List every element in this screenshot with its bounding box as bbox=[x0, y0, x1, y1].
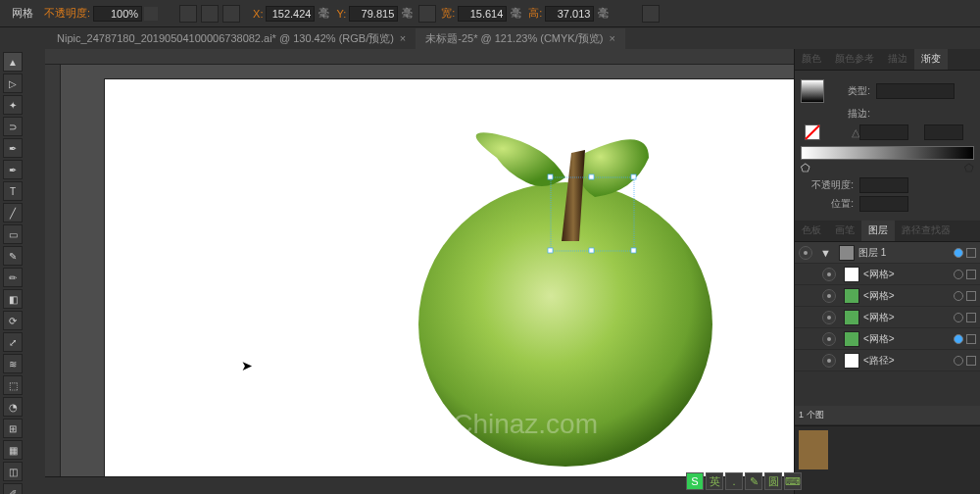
delete-icon[interactable] bbox=[962, 409, 976, 422]
panel-tab-swatches[interactable]: 色板 bbox=[795, 221, 828, 241]
w-input[interactable]: 15.614 bbox=[458, 6, 507, 22]
status-bar bbox=[45, 476, 794, 494]
ruler-horizontal[interactable] bbox=[45, 49, 794, 65]
link-icon[interactable] bbox=[418, 5, 436, 23]
h-input[interactable]: 37.013 bbox=[545, 6, 594, 22]
y-input[interactable]: 79.815 bbox=[349, 6, 398, 22]
ime-btn[interactable]: ⌨ bbox=[784, 472, 802, 490]
eraser-tool[interactable]: ◧ bbox=[3, 289, 23, 309]
panel-tab-gradient[interactable]: 渐变 bbox=[914, 49, 948, 70]
doc-tab[interactable]: 未标题-25* @ 121.23% (CMYK/预览)× bbox=[416, 28, 625, 49]
aspect-icon[interactable] bbox=[908, 124, 924, 140]
new-sublayer-icon[interactable] bbox=[935, 409, 949, 422]
free-transform-tool[interactable]: ⬚ bbox=[3, 375, 23, 395]
type-tool[interactable]: T bbox=[3, 181, 23, 201]
layer-row[interactable]: <路径> bbox=[795, 350, 980, 371]
magic-wand-tool[interactable]: ✦ bbox=[3, 95, 23, 115]
target-icon[interactable] bbox=[954, 248, 963, 258]
mesh-tool[interactable]: ▦ bbox=[3, 440, 23, 460]
direct-selection-tool[interactable]: ▷ bbox=[3, 74, 23, 93]
locate-icon[interactable] bbox=[921, 409, 935, 422]
eyedropper-tool[interactable]: ✐ bbox=[3, 483, 23, 494]
ruler-vertical[interactable] bbox=[45, 65, 61, 494]
brush-tool[interactable]: ✎ bbox=[3, 246, 23, 266]
layer-row[interactable]: <网格> bbox=[795, 328, 980, 350]
panel-tab-stroke[interactable]: 描边 bbox=[881, 49, 914, 70]
visibility-icon[interactable] bbox=[799, 246, 812, 260]
svg-rect-6 bbox=[589, 174, 594, 179]
new-layer-icon[interactable] bbox=[949, 409, 962, 422]
rotate-tool[interactable]: ⟳ bbox=[3, 311, 23, 330]
scale-tool[interactable]: ⤢ bbox=[3, 332, 23, 352]
pencil-tool[interactable]: ✏ bbox=[3, 268, 23, 287]
opacity-dropdown[interactable] bbox=[144, 7, 158, 21]
reverse-icon[interactable] bbox=[805, 124, 820, 140]
target-icon[interactable] bbox=[954, 356, 963, 366]
gradient-tool[interactable]: ◫ bbox=[3, 462, 23, 481]
select-icon[interactable] bbox=[966, 270, 976, 279]
gradient-type-select[interactable] bbox=[876, 83, 955, 99]
close-icon[interactable]: × bbox=[609, 32, 614, 44]
target-icon[interactable] bbox=[954, 334, 963, 344]
add-anchor-tool[interactable]: ✒ bbox=[3, 160, 23, 179]
pen-tool[interactable]: ✒ bbox=[3, 138, 23, 158]
aspect-input[interactable] bbox=[924, 124, 963, 140]
opacity-input[interactable]: 100% bbox=[93, 6, 142, 22]
lasso-tool[interactable]: ⊃ bbox=[3, 117, 23, 136]
gradient-slider[interactable] bbox=[801, 146, 974, 160]
target-icon[interactable] bbox=[954, 291, 963, 301]
ime-btn[interactable]: 英 bbox=[706, 472, 723, 490]
panel-tab-colorguide[interactable]: 颜色参考 bbox=[828, 49, 881, 70]
select-icon[interactable] bbox=[966, 356, 976, 366]
ime-btn[interactable]: . bbox=[725, 472, 743, 490]
visibility-icon[interactable] bbox=[822, 268, 836, 281]
panel-tab-color[interactable]: 颜色 bbox=[795, 49, 828, 70]
doc-tab[interactable]: Nipic_24787180_20190504100006738082.ai* … bbox=[47, 28, 416, 49]
angle-input[interactable] bbox=[859, 124, 908, 140]
target-icon[interactable] bbox=[954, 270, 963, 279]
stroke-mode[interactable] bbox=[892, 106, 907, 122]
panel-tab-brushes[interactable]: 画笔 bbox=[828, 221, 861, 241]
align-icon[interactable] bbox=[179, 5, 197, 23]
gradient-preview[interactable] bbox=[801, 79, 824, 103]
bottom-panel bbox=[795, 425, 980, 494]
line-tool[interactable]: ╱ bbox=[3, 203, 23, 222]
close-icon[interactable]: × bbox=[400, 32, 406, 44]
x-input[interactable]: 152.424 bbox=[266, 6, 315, 22]
panel-icon[interactable] bbox=[642, 5, 660, 23]
target-icon[interactable] bbox=[954, 313, 963, 322]
gradient-stop[interactable]: ⬠ bbox=[964, 162, 974, 174]
stroke-mode[interactable] bbox=[907, 106, 923, 122]
align-icon[interactable] bbox=[201, 5, 219, 23]
visibility-icon[interactable] bbox=[822, 311, 836, 324]
visibility-icon[interactable] bbox=[822, 354, 836, 368]
layer-row[interactable]: ▼ 图层 1 bbox=[795, 242, 980, 264]
width-tool[interactable]: ≋ bbox=[3, 354, 23, 373]
layer-row[interactable]: <网格> bbox=[795, 307, 980, 328]
layer-row[interactable]: <网格> bbox=[795, 264, 980, 285]
panel-tab-pathfinder[interactable]: 路径查找器 bbox=[895, 221, 957, 241]
ime-btn[interactable]: ✎ bbox=[745, 472, 762, 490]
artboard[interactable] bbox=[104, 78, 794, 480]
visibility-icon[interactable] bbox=[822, 332, 836, 346]
shape-builder-tool[interactable]: ◔ bbox=[3, 397, 23, 417]
selection-tool[interactable]: ▲ bbox=[3, 52, 23, 72]
stop-opacity[interactable] bbox=[859, 177, 908, 193]
stop-position[interactable] bbox=[859, 196, 908, 212]
ime-btn[interactable]: 圆 bbox=[764, 472, 782, 490]
select-icon[interactable] bbox=[966, 334, 976, 344]
swatch-thumb[interactable] bbox=[799, 430, 828, 469]
ime-btn[interactable]: S bbox=[686, 472, 704, 490]
visibility-icon[interactable] bbox=[822, 289, 836, 303]
gradient-stop[interactable]: ⬠ bbox=[801, 162, 810, 174]
select-icon[interactable] bbox=[966, 313, 976, 322]
select-icon[interactable] bbox=[966, 248, 976, 258]
rectangle-tool[interactable]: ▭ bbox=[3, 224, 23, 244]
perspective-tool[interactable]: ⊞ bbox=[3, 419, 23, 438]
stroke-mode[interactable] bbox=[876, 106, 892, 122]
canvas[interactable]: ➤ Chinaz.com bbox=[45, 49, 794, 494]
select-icon[interactable] bbox=[966, 291, 976, 301]
layer-row[interactable]: <网格> bbox=[795, 285, 980, 307]
transform-icon[interactable] bbox=[222, 5, 240, 23]
panel-tab-layers[interactable]: 图层 bbox=[861, 221, 895, 241]
